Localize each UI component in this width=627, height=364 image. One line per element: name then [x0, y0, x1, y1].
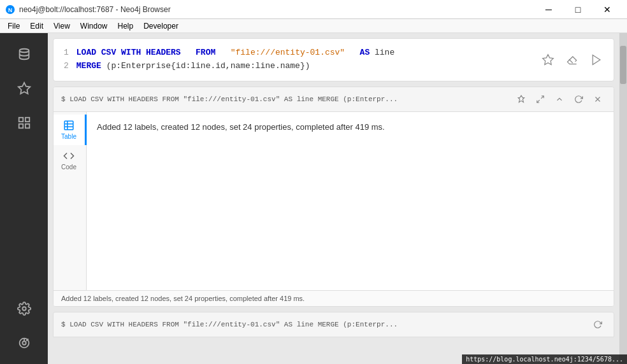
tooltip-text: https://blog.localhost.neo4j:1234/5678..…	[466, 356, 623, 363]
database-icon	[17, 47, 31, 61]
scrollbar-track[interactable]	[619, 33, 627, 364]
code-icon	[63, 150, 75, 162]
window-title: neo4j@bolt://localhost:7687 - Neo4j Brow…	[19, 5, 171, 14]
titlebar-left: N neo4j@bolt://localhost:7687 - Neo4j Br…	[5, 4, 171, 15]
refresh-button-2[interactable]	[589, 316, 606, 333]
run-button[interactable]	[587, 50, 606, 69]
star-outline-icon	[542, 53, 554, 66]
result-header-2-actions	[589, 316, 606, 333]
svg-line-16	[537, 100, 540, 102]
plug-icon	[17, 336, 31, 350]
result-tabs: Table Code	[54, 112, 87, 290]
result-header: $ LOAD CSV WITH HEADERS FROM "file:///en…	[54, 87, 614, 112]
main-layout: 1 2 LOAD CSV WITH HEADERS FROM "file:///…	[0, 33, 627, 364]
line-num-1: 1	[64, 46, 69, 60]
close-result-button[interactable]	[589, 91, 606, 108]
svg-rect-5	[25, 118, 29, 122]
keyword-as: AS	[360, 48, 370, 57]
code-content[interactable]: LOAD CSV WITH HEADERS FROM "file:///enti…	[76, 46, 603, 73]
play-icon	[590, 53, 603, 66]
refresh-icon-2	[593, 320, 602, 329]
keyword-merge: MERGE	[76, 61, 101, 71]
menu-file[interactable]: File	[3, 20, 25, 32]
svg-rect-19	[64, 121, 73, 130]
sidebar	[0, 33, 48, 364]
sidebar-item-database[interactable]	[8, 38, 40, 70]
tab-code[interactable]: Code	[54, 145, 87, 176]
expand-icon	[536, 95, 545, 104]
titlebar: N neo4j@bolt://localhost:7687 - Neo4j Br…	[0, 0, 627, 19]
menu-view[interactable]: View	[48, 20, 75, 32]
table-icon	[63, 120, 75, 131]
pin-icon	[517, 95, 526, 104]
expand-button[interactable]	[532, 91, 549, 108]
code-editor-panel: 1 2 LOAD CSV WITH HEADERS FROM "file:///…	[53, 38, 614, 81]
svg-text:N: N	[8, 7, 13, 13]
close-button[interactable]: ✕	[593, 0, 622, 19]
svg-rect-4	[18, 118, 22, 122]
result-panel-2: $ LOAD CSV WITH HEADERS FROM "file:///en…	[53, 312, 614, 337]
favorite-button[interactable]	[538, 50, 558, 69]
code-line-2: MERGE (p:Enterprise{id:line.id,name:line…	[76, 60, 603, 73]
svg-point-2	[19, 49, 29, 53]
sidebar-item-favorites[interactable]	[8, 73, 40, 104]
menu-window[interactable]: Window	[75, 20, 113, 32]
content-area: 1 2 LOAD CSV WITH HEADERS FROM "file:///…	[48, 33, 619, 364]
menu-developer[interactable]: Developer	[138, 20, 184, 32]
sidebar-item-search[interactable]	[8, 107, 40, 139]
minimize-button[interactable]: ─	[534, 0, 563, 19]
tooltip-overlay: https://blog.localhost.neo4j:1234/5678..…	[462, 354, 627, 364]
code-line-1: LOAD CSV WITH HEADERS FROM "file:///enti…	[76, 46, 603, 60]
refresh-icon	[574, 95, 583, 104]
menu-edit[interactable]: Edit	[25, 20, 48, 32]
collapse-button[interactable]	[551, 91, 568, 108]
result-panel: $ LOAD CSV WITH HEADERS FROM "file:///en…	[53, 87, 614, 307]
result-message: Added 12 labels, created 12 nodes, set 2…	[97, 122, 385, 132]
tab-code-label: Code	[61, 164, 76, 171]
app-icon: N	[5, 4, 15, 15]
svg-marker-3	[18, 83, 29, 94]
code-editor-actions	[538, 50, 606, 69]
close-icon	[593, 95, 602, 104]
save-button[interactable]	[563, 50, 582, 69]
result-content: Added 12 labels, created 12 nodes, set 2…	[87, 112, 614, 290]
gear-icon	[17, 302, 31, 316]
status-text: Added 12 labels, created 12 nodes, set 2…	[61, 295, 305, 302]
pin-button[interactable]	[513, 91, 530, 108]
sidebar-item-plugin[interactable]	[8, 327, 40, 359]
scrollbar-thumb[interactable]	[620, 46, 626, 84]
svg-point-8	[22, 307, 26, 311]
svg-line-15	[541, 95, 544, 98]
result-header-actions	[513, 91, 606, 108]
result-header-2: $ LOAD CSV WITH HEADERS FROM "file:///en…	[54, 312, 614, 337]
restore-button[interactable]: □	[563, 0, 593, 19]
tab-table-label: Table	[61, 133, 76, 140]
result-body: Table Code Added 12 labels, created 12 n…	[54, 112, 614, 290]
eraser-icon	[566, 53, 579, 66]
keyword-load: LOAD CSV WITH HEADERS	[76, 48, 181, 57]
refresh-button[interactable]	[570, 91, 587, 108]
star-icon	[17, 81, 31, 95]
result-statusbar: Added 12 labels, created 12 nodes, set 2…	[54, 290, 614, 306]
svg-point-10	[22, 341, 26, 345]
menu-help[interactable]: Help	[113, 20, 139, 32]
line-numbers: 1 2	[64, 46, 69, 73]
tab-table[interactable]: Table	[54, 115, 87, 145]
result-query-text: $ LOAD CSV WITH HEADERS FROM "file:///en…	[61, 95, 508, 103]
search-icon	[17, 116, 31, 130]
titlebar-controls: ─ □ ✕	[534, 0, 622, 19]
svg-rect-7	[25, 124, 29, 128]
chevron-up-icon	[555, 95, 564, 104]
svg-rect-6	[18, 124, 22, 128]
string-file: "file:///entity-01.csv"	[231, 48, 345, 57]
menubar: File Edit View Window Help Developer	[0, 19, 627, 33]
svg-marker-13	[543, 54, 554, 64]
line-num-2: 2	[64, 60, 69, 73]
sidebar-item-settings[interactable]	[8, 293, 40, 325]
svg-marker-14	[593, 55, 600, 64]
result-query-text-2: $ LOAD CSV WITH HEADERS FROM "file:///en…	[61, 321, 584, 328]
keyword-from: FROM	[196, 48, 215, 57]
